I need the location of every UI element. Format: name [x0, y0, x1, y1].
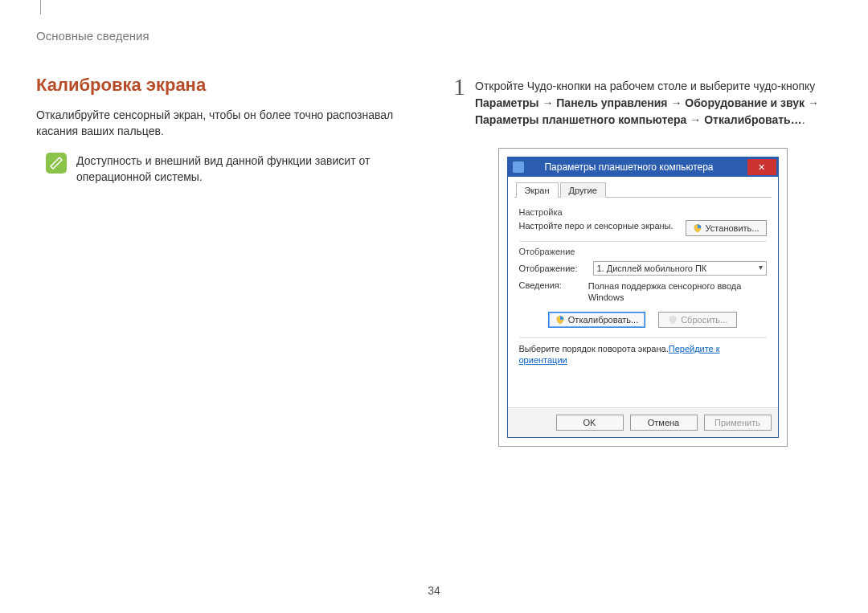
display-label: Отображение:	[519, 264, 585, 273]
arrow-icon: →	[539, 96, 557, 109]
setup-description: Настройте перо и сенсорные экраны.	[519, 220, 674, 231]
note-text: Доступность и внешний вид данной функции…	[76, 153, 415, 186]
group-display-label: Отображение	[519, 247, 767, 256]
dialog-footer: OK Отмена Применить	[508, 407, 778, 437]
ok-button[interactable]: OK	[556, 415, 624, 431]
breadcrumb: Основные сведения	[36, 29, 832, 43]
path-control-panel: Панель управления	[556, 96, 667, 109]
close-icon: ✕	[758, 162, 765, 173]
tab-screen[interactable]: Экран	[516, 182, 559, 198]
shield-icon	[693, 223, 702, 233]
dialog-screenshot-frame: Параметры планшетного компьютера ✕ Экран…	[498, 148, 788, 447]
tab-other[interactable]: Другие	[560, 182, 606, 198]
step-instruction: Откройте Чудо-кнопки на рабочем столе и …	[475, 75, 832, 129]
calibrate-button[interactable]: Откалибровать...	[548, 312, 645, 328]
note-icon	[46, 153, 67, 174]
shield-icon	[668, 315, 678, 325]
left-column: Калибровка экрана Откалибруйте сенсорный…	[36, 75, 415, 447]
page-top-mark	[40, 0, 41, 14]
dialog-title: Параметры планшетного компьютера	[544, 161, 713, 173]
rotation-prefix: Выберите порядок поворота экрана.	[519, 344, 669, 353]
setup-button[interactable]: Установить...	[686, 220, 767, 236]
section-heading: Калибровка экрана	[36, 75, 415, 96]
intro-text: Откалибруйте сенсорный экран, чтобы он б…	[36, 107, 415, 140]
arrow-icon: →	[686, 113, 704, 126]
tablet-pc-settings-dialog: Параметры планшетного компьютера ✕ Экран…	[507, 157, 779, 438]
dialog-tabs: Экран Другие	[514, 182, 772, 198]
page-number: 34	[0, 584, 868, 597]
path-tablet-settings: Параметры планшетного компьютера	[475, 113, 686, 126]
display-select[interactable]: 1. Дисплей мобильного ПК	[593, 261, 767, 276]
dialog-titlebar: Параметры планшетного компьютера ✕	[508, 157, 778, 177]
divider	[519, 337, 767, 338]
divider	[519, 241, 767, 242]
close-button[interactable]: ✕	[747, 159, 776, 175]
step-text-prefix: Откройте Чудо-кнопки на рабочем столе и …	[475, 80, 815, 92]
path-calibrate: Откалибровать…	[704, 113, 801, 126]
calibrate-button-label: Откалибровать...	[568, 315, 638, 325]
group-setup-label: Настройка	[519, 207, 767, 217]
step-number: 1	[453, 75, 465, 99]
right-column: 1 Откройте Чудо-кнопки на рабочем столе …	[453, 75, 832, 447]
cancel-button[interactable]: Отмена	[630, 415, 698, 431]
apply-button[interactable]: Применить	[704, 415, 772, 431]
reset-button[interactable]: Сбросить...	[658, 312, 737, 328]
arrow-icon: →	[805, 96, 819, 109]
path-hardware: Оборудование и звук	[685, 96, 805, 109]
shield-icon	[555, 315, 565, 325]
info-label: Сведения:	[519, 280, 580, 290]
info-value: Полная поддержка сенсорного ввода Window…	[588, 280, 767, 304]
step-period: .	[802, 113, 805, 126]
arrow-icon: →	[668, 96, 686, 109]
rotation-text: Выберите порядок поворота экрана.Перейди…	[519, 343, 767, 366]
note-block: Доступность и внешний вид данной функции…	[46, 153, 415, 186]
setup-button-label: Установить...	[706, 223, 760, 233]
dialog-title-icon	[513, 161, 524, 173]
path-param: Параметры	[475, 96, 539, 109]
reset-button-label: Сбросить...	[681, 315, 727, 325]
